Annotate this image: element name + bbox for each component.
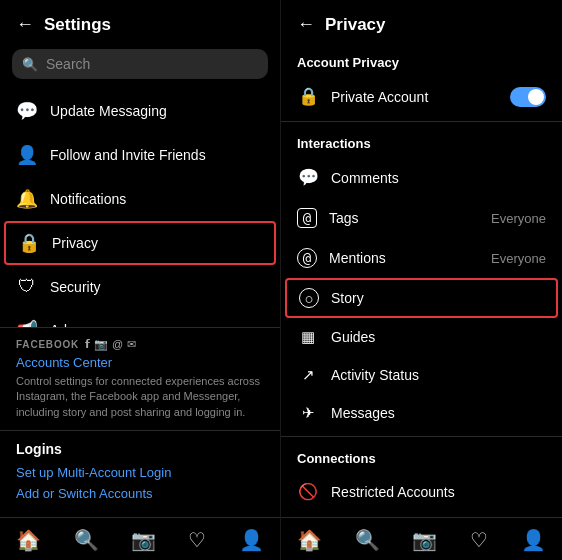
guides-icon: ▦ <box>297 328 319 346</box>
connections-section-header: Connections <box>281 441 562 472</box>
left-nav-search[interactable]: 🔍 <box>74 528 99 552</box>
search-icon: 🔍 <box>22 57 38 72</box>
facebook-label: FACEBOOK <box>16 339 79 350</box>
divider-interactions <box>281 121 562 122</box>
ads-label: Ads <box>50 322 74 327</box>
settings-menu: 💬 Update Messaging 👤 Follow and Invite F… <box>0 89 280 327</box>
facebook-section: FACEBOOK 𝗳 📷 @ ✉ Accounts Center Control… <box>0 327 280 430</box>
activity-status-icon: ↗ <box>297 366 319 384</box>
privacy-item-tags[interactable]: @ Tags Everyone <box>281 198 562 238</box>
left-panel: ← Settings 🔍 Search 💬 Update Messaging 👤… <box>0 0 281 560</box>
privacy-item-story[interactable]: ○ Story <box>285 278 558 318</box>
private-account-toggle[interactable] <box>510 87 546 107</box>
tags-label: Tags <box>329 210 479 226</box>
follow-label: Follow and Invite Friends <box>50 147 206 163</box>
activity-status-label: Activity Status <box>331 367 534 383</box>
mentions-label: Mentions <box>329 250 479 266</box>
facebook-header: FACEBOOK 𝗳 📷 @ ✉ <box>16 338 264 351</box>
right-nav-home[interactable]: 🏠 <box>297 528 322 552</box>
security-icon: 🛡 <box>16 276 38 297</box>
comments-icon: 💬 <box>297 167 319 188</box>
account-privacy-section-header: Account Privacy <box>281 45 562 76</box>
notifications-icon: 🔔 <box>16 188 38 210</box>
privacy-item-guides[interactable]: ▦ Guides <box>281 318 562 356</box>
privacy-label: Privacy <box>52 235 98 251</box>
ads-icon: 📢 <box>16 319 38 327</box>
menu-item-privacy[interactable]: 🔒 Privacy <box>4 221 276 265</box>
menu-item-security[interactable]: 🛡 Security <box>0 265 280 308</box>
right-panel-title: Privacy <box>325 15 386 35</box>
right-back-button[interactable]: ← <box>297 14 315 35</box>
privacy-item-messages[interactable]: ✈ Messages <box>281 394 562 432</box>
left-back-button[interactable]: ← <box>16 14 34 35</box>
menu-item-follow-invite[interactable]: 👤 Follow and Invite Friends <box>0 133 280 177</box>
search-bar[interactable]: 🔍 Search <box>12 49 268 79</box>
tags-value: Everyone <box>491 211 546 226</box>
menu-item-notifications[interactable]: 🔔 Notifications <box>0 177 280 221</box>
privacy-item-activity-status[interactable]: ↗ Activity Status <box>281 356 562 394</box>
left-nav-camera[interactable]: 📷 <box>131 528 156 552</box>
right-nav-camera[interactable]: 📷 <box>412 528 437 552</box>
story-icon: ○ <box>299 288 319 308</box>
privacy-item-comments[interactable]: 💬 Comments <box>281 157 562 198</box>
right-nav-search[interactable]: 🔍 <box>355 528 380 552</box>
search-placeholder: Search <box>46 56 90 72</box>
right-bottom-nav: 🏠 🔍 📷 ♡ 👤 <box>281 517 562 560</box>
tags-icon: @ <box>297 208 317 228</box>
update-messaging-label: Update Messaging <box>50 103 167 119</box>
security-label: Security <box>50 279 101 295</box>
menu-item-ads[interactable]: 📢 Ads <box>0 308 280 327</box>
fb-f-icon: 𝗳 <box>85 338 90 351</box>
logins-label: Logins <box>16 441 264 457</box>
privacy-icon: 🔒 <box>18 232 40 254</box>
fb-at-icon: @ <box>112 338 123 350</box>
divider-connections <box>281 436 562 437</box>
menu-item-update-messaging[interactable]: 💬 Update Messaging <box>0 89 280 133</box>
left-panel-title: Settings <box>44 15 111 35</box>
left-nav-home[interactable]: 🏠 <box>16 528 41 552</box>
fb-camera-icon: 📷 <box>94 338 108 351</box>
right-panel: ← Privacy Account Privacy 🔒 Private Acco… <box>281 0 562 560</box>
left-nav-heart[interactable]: ♡ <box>188 528 206 552</box>
private-account-icon: 🔒 <box>297 86 319 107</box>
update-messaging-icon: 💬 <box>16 100 38 122</box>
facebook-icons: 𝗳 📷 @ ✉ <box>85 338 136 351</box>
logins-section: Logins Set up Multi-Account Login Add or… <box>0 430 280 517</box>
story-label: Story <box>331 290 532 306</box>
fb-msg-icon: ✉ <box>127 338 136 351</box>
restricted-accounts-label: Restricted Accounts <box>331 484 546 500</box>
left-bottom-nav: 🏠 🔍 📷 ♡ 👤 <box>0 517 280 560</box>
privacy-menu: Account Privacy 🔒 Private Account Intera… <box>281 45 562 517</box>
messages-icon: ✈ <box>297 404 319 422</box>
right-nav-profile[interactable]: 👤 <box>521 528 546 552</box>
mentions-value: Everyone <box>491 251 546 266</box>
right-nav-heart[interactable]: ♡ <box>470 528 488 552</box>
restricted-accounts-icon: 🚫 <box>297 482 319 501</box>
follow-icon: 👤 <box>16 144 38 166</box>
privacy-item-restricted-accounts[interactable]: 🚫 Restricted Accounts <box>281 472 562 511</box>
multi-account-login-link[interactable]: Set up Multi-Account Login <box>16 465 264 480</box>
notifications-label: Notifications <box>50 191 126 207</box>
privacy-item-mentions[interactable]: @ Mentions Everyone <box>281 238 562 278</box>
accounts-center-link[interactable]: Accounts Center <box>16 355 264 370</box>
left-nav-profile[interactable]: 👤 <box>239 528 264 552</box>
guides-label: Guides <box>331 329 534 345</box>
privacy-item-private-account[interactable]: 🔒 Private Account <box>281 76 562 117</box>
right-header: ← Privacy <box>281 0 562 45</box>
private-account-label: Private Account <box>331 89 498 105</box>
comments-label: Comments <box>331 170 534 186</box>
mentions-icon: @ <box>297 248 317 268</box>
add-switch-accounts-link[interactable]: Add or Switch Accounts <box>16 486 264 501</box>
messages-label: Messages <box>331 405 534 421</box>
interactions-section-header: Interactions <box>281 126 562 157</box>
left-header: ← Settings <box>0 0 280 45</box>
facebook-description: Control settings for connected experienc… <box>16 374 264 420</box>
